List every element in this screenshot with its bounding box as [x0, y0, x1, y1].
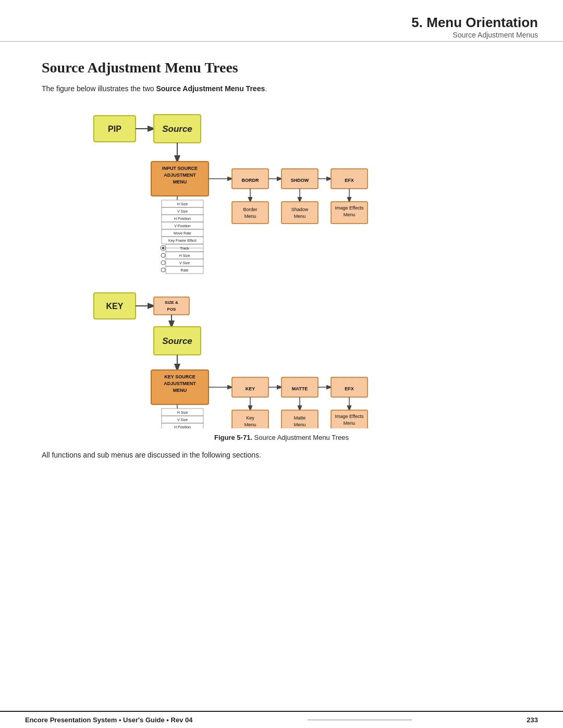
diagram-svg: PIP Source INPUT SOURCE ADJUSTMENT MENU … — [78, 105, 485, 428]
main-content: Source Adjustment Menu Trees The figure … — [0, 44, 563, 475]
svg-text:Border: Border — [243, 207, 257, 212]
svg-text:EFX: EFX — [345, 178, 354, 183]
footer-left: Encore Presentation System • User's Guid… — [25, 716, 192, 724]
svg-point-45 — [162, 247, 165, 250]
svg-text:Image Effects: Image Effects — [335, 205, 364, 211]
svg-text:KEY SOURCE: KEY SOURCE — [164, 374, 195, 379]
svg-text:Menu: Menu — [294, 214, 306, 219]
svg-point-55 — [161, 268, 165, 272]
footer-right: 233 — [527, 716, 538, 724]
svg-text:Track: Track — [180, 246, 189, 250]
svg-text:KEY: KEY — [106, 302, 124, 311]
svg-text:Key: Key — [246, 415, 254, 421]
svg-text:POS: POS — [167, 307, 177, 312]
svg-text:MENU: MENU — [173, 179, 187, 184]
svg-text:MENU: MENU — [173, 388, 187, 393]
svg-text:Shadow: Shadow — [291, 207, 309, 212]
svg-text:Menu: Menu — [344, 421, 356, 426]
svg-text:Menu: Menu — [294, 422, 306, 427]
svg-text:H Size: H Size — [179, 254, 190, 257]
diagram-wrapper: PIP Source INPUT SOURCE ADJUSTMENT MENU … — [42, 105, 521, 441]
svg-text:V Size: V Size — [177, 418, 188, 422]
chapter-subtitle: Source Adjustment Menus — [25, 31, 538, 39]
svg-text:V Position: V Position — [174, 224, 191, 228]
svg-rect-24 — [282, 202, 318, 224]
figure-caption: Figure 5-71. Source Adjustment Menu Tree… — [214, 434, 349, 441]
svg-text:H Position: H Position — [174, 425, 191, 428]
svg-text:KEY: KEY — [246, 386, 255, 391]
all-functions-text: All functions and sub menus are discusse… — [42, 451, 521, 459]
section-title: Source Adjustment Menu Trees — [42, 59, 521, 76]
svg-text:MATTE: MATTE — [292, 386, 308, 391]
svg-text:Matte: Matte — [294, 415, 306, 421]
svg-text:V Size: V Size — [177, 209, 188, 213]
page-footer: Encore Presentation System • User's Guid… — [0, 711, 563, 728]
svg-text:SIZE &: SIZE & — [165, 300, 178, 305]
svg-text:H Position: H Position — [174, 217, 191, 220]
svg-rect-20 — [232, 202, 268, 224]
svg-text:H Size: H Size — [177, 202, 188, 206]
svg-point-49 — [161, 253, 165, 257]
svg-text:Menu: Menu — [244, 422, 256, 427]
svg-text:Key Frame Effect: Key Frame Effect — [168, 239, 197, 243]
svg-text:H Size: H Size — [177, 411, 188, 414]
svg-text:Menu: Menu — [344, 212, 356, 217]
footer-line — [308, 720, 412, 720]
svg-text:EFX: EFX — [345, 386, 354, 391]
svg-text:BORDR: BORDR — [242, 178, 259, 183]
svg-text:Menu: Menu — [244, 214, 256, 219]
page-header: 5. Menu Orientation Source Adjustment Me… — [0, 0, 563, 42]
svg-text:ADJUSTMENT: ADJUSTMENT — [164, 172, 196, 178]
svg-point-52 — [161, 261, 165, 265]
svg-text:SHDOW: SHDOW — [291, 178, 309, 183]
svg-text:Move Rate: Move Rate — [174, 231, 191, 235]
svg-text:Source: Source — [162, 336, 192, 346]
svg-text:INPUT SOURCE: INPUT SOURCE — [162, 166, 198, 171]
svg-text:Rate: Rate — [181, 268, 189, 272]
svg-text:V Size: V Size — [179, 261, 190, 265]
svg-text:PIP: PIP — [108, 125, 121, 133]
svg-text:ADJUSTMENT: ADJUSTMENT — [164, 381, 196, 386]
chapter-title: 5. Menu Orientation — [25, 15, 538, 31]
svg-text:Image Effects: Image Effects — [335, 414, 364, 419]
intro-text: The figure below illustrates the two Sou… — [42, 84, 521, 93]
svg-text:Source: Source — [162, 124, 192, 134]
